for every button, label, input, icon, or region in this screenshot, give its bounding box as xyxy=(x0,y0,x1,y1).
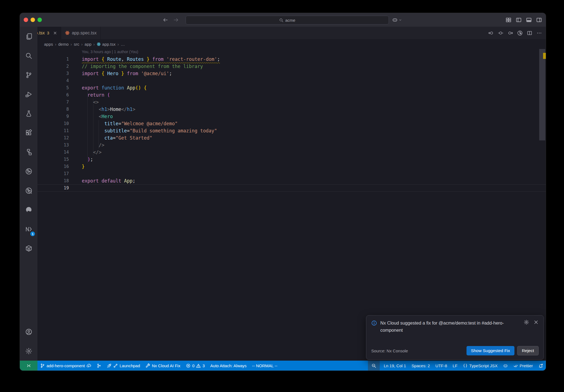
line-number: 1 xyxy=(37,56,69,63)
editor-actions xyxy=(488,27,542,39)
split-editor-icon[interactable] xyxy=(527,30,532,36)
statusbar-vim-mode[interactable]: -- NORMAL -- xyxy=(249,361,280,371)
activity-item-testing[interactable] xyxy=(20,104,37,123)
layout-controls xyxy=(506,13,542,27)
code-line-3[interactable]: 3import { Hero } from '@acme/ui'; xyxy=(37,70,546,77)
activity-item-pipelines[interactable] xyxy=(20,162,37,181)
statusbar-problems[interactable]: 03 xyxy=(183,361,208,371)
statusbar-eol[interactable]: LF xyxy=(450,361,460,371)
code-line-18[interactable]: 18export default App; xyxy=(37,177,546,184)
activity-item-settings[interactable] xyxy=(20,341,37,361)
breadcrumb-item-apps[interactable]: apps xyxy=(44,42,53,47)
line-number: 9 xyxy=(37,113,69,120)
activity-item-gitlens-inspect[interactable] xyxy=(20,181,37,200)
statusbar-language-mode[interactable]: TypeScript JSX xyxy=(460,361,500,371)
statusbar-cursor-position[interactable]: Ln 19, Col 1 xyxy=(381,361,409,371)
statusbar-gitlens-launchpad[interactable]: Launchpad xyxy=(104,361,143,371)
graph-icon xyxy=(97,363,101,368)
breadcrumb: apps›demo›src›app›app.tsx›… xyxy=(37,39,546,49)
breadcrumb-item-src[interactable]: src xyxy=(74,42,79,47)
statusbar-git-branch[interactable]: add-hero-component xyxy=(37,361,94,371)
zoom-window-button[interactable] xyxy=(37,18,42,22)
code-line-6[interactable]: 6 return ( xyxy=(37,91,546,99)
toggle-primary-sidebar-icon[interactable] xyxy=(516,17,522,23)
code-text: subtitle="Build something amazing today" xyxy=(82,127,217,134)
show-suggested-fix-button[interactable]: Show Suggested Fix xyxy=(467,346,514,355)
breadcrumb-item-apptsx[interactable]: app.tsx xyxy=(97,42,115,47)
activity-badge: 1 xyxy=(30,232,35,236)
code-line-17[interactable]: 17 xyxy=(37,170,546,177)
customize-layout-icon[interactable] xyxy=(506,17,511,23)
code-line-8[interactable]: 8 <h1>Home</h1> xyxy=(37,106,546,113)
statusbar-indentation[interactable]: Spaces: 2 xyxy=(409,361,433,371)
cloud-upload-icon xyxy=(86,363,91,368)
git-blame-annotation: You, 3 hours ago | 1 author (You) xyxy=(82,50,138,54)
notification-settings-icon[interactable] xyxy=(524,320,529,325)
code-line-15[interactable]: 15 ); xyxy=(37,156,546,163)
statusbar-remote-indicator[interactable] xyxy=(20,361,37,371)
code-line-4[interactable]: 4 xyxy=(37,77,546,84)
breadcrumb-separator: › xyxy=(70,42,72,47)
code-line-10[interactable]: 10 title="Welcmoe @acme/demo" xyxy=(37,120,546,127)
activity-item-edge-tools[interactable] xyxy=(20,200,37,219)
toggle-panel-icon[interactable] xyxy=(526,17,532,23)
code-line-9[interactable]: 9 <Hero xyxy=(37,113,546,120)
statusbar-commit-graph[interactable] xyxy=(94,361,104,371)
copilot-menu[interactable] xyxy=(392,13,402,27)
close-tab-icon[interactable] xyxy=(53,31,57,35)
activity-item-extensions[interactable] xyxy=(20,123,37,142)
statusbar-text: 3 xyxy=(202,363,205,368)
activity-item-explorer[interactable] xyxy=(20,27,37,46)
statusbar-auto-attach[interactable]: Auto Attach: Always xyxy=(208,361,250,371)
activity-item-run-and-debug[interactable] xyxy=(20,85,37,104)
statusbar-encoding[interactable]: UTF-8 xyxy=(433,361,450,371)
close-window-button[interactable] xyxy=(24,18,28,22)
activity-item-nx-console[interactable]: 1 xyxy=(20,219,37,239)
minimize-window-button[interactable] xyxy=(31,18,35,22)
statusbar-copilot-status[interactable] xyxy=(500,361,511,371)
statusbar-text: LF xyxy=(453,363,458,368)
activity-item-accounts[interactable] xyxy=(20,322,37,341)
command-center-search[interactable]: acme xyxy=(186,16,389,24)
references-icon xyxy=(25,149,32,156)
containers-icon xyxy=(25,245,32,252)
statusbar-zoom-indicator[interactable] xyxy=(368,361,380,371)
navigate-back-icon[interactable] xyxy=(162,17,168,23)
activity-item-search[interactable] xyxy=(20,46,37,65)
code-line-2[interactable]: 2// importing the component from the lib… xyxy=(37,63,546,70)
current-location-icon[interactable] xyxy=(498,30,503,36)
code-line-1[interactable]: 1import { Route, Routes } from 'react-ro… xyxy=(37,56,546,63)
notification-close-icon[interactable] xyxy=(533,320,539,325)
code-line-7[interactable]: 7 <> xyxy=(37,99,546,106)
code-line-12[interactable]: 12 cta="Get Started" xyxy=(37,134,546,141)
code-line-13[interactable]: 13 /> xyxy=(37,141,546,149)
breadcrumb-item-demo[interactable]: demo xyxy=(58,42,69,47)
code-line-19[interactable]: 19 xyxy=(37,184,546,192)
go-back-location-icon[interactable] xyxy=(488,30,494,36)
activity-item-containers[interactable] xyxy=(20,239,37,258)
code-line-14[interactable]: 14 </> xyxy=(37,149,546,156)
code-line-16[interactable]: 16} xyxy=(37,163,546,170)
go-forward-location-icon[interactable] xyxy=(508,30,513,36)
toggle-secondary-sidebar-icon[interactable] xyxy=(536,17,542,23)
code-line-5[interactable]: 5export function App() { xyxy=(37,84,546,91)
tab-app-spec-tsx[interactable]: app.spec.tsx xyxy=(61,27,101,39)
editor-scrollbar[interactable] xyxy=(539,49,545,140)
overview-ruler-warning-mark xyxy=(543,53,546,59)
navigate-forward-icon[interactable] xyxy=(173,17,179,23)
statusbar-prettier[interactable]: Prettier xyxy=(511,361,536,371)
statusbar-notifications-bell[interactable] xyxy=(536,361,546,371)
run-or-debug-icon[interactable] xyxy=(517,30,523,36)
code-line-11[interactable]: 11 subtitle="Build something amazing tod… xyxy=(37,127,546,134)
breadcrumb-separator: › xyxy=(81,42,83,47)
reject-button[interactable]: Reject xyxy=(517,346,539,355)
statusbar-nx-cloud-ai-fix[interactable]: Nx Cloud AI Fix xyxy=(143,361,183,371)
breadcrumb-item-app[interactable]: app xyxy=(85,42,91,47)
activity-item-source-control[interactable] xyxy=(20,65,37,85)
code-editor[interactable]: You, 3 hours ago | 1 author (You) 1impor… xyxy=(37,49,546,361)
code-text: export default App; xyxy=(82,177,135,184)
notification-message: Nx Cloud suggested a fix for @acme/demo:… xyxy=(380,320,512,334)
more-actions-icon[interactable] xyxy=(536,30,542,36)
breadcrumb-item-[interactable]: … xyxy=(121,42,125,47)
activity-item-references[interactable] xyxy=(20,142,37,162)
